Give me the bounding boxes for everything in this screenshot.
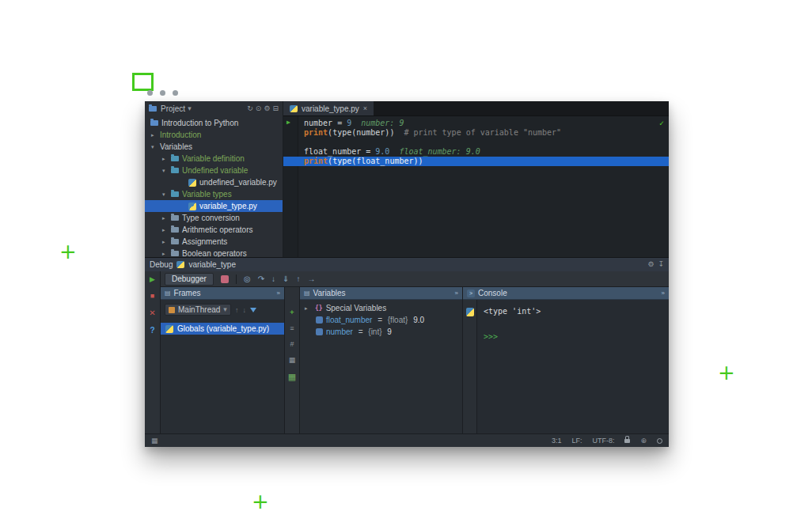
line-ending-indicator[interactable]: LF: — [571, 437, 582, 445]
show-execution-point-icon[interactable]: ◎ — [244, 275, 251, 283]
panel-options-icon[interactable]: » — [455, 290, 458, 297]
stop-button[interactable]: ■ — [150, 292, 154, 300]
next-frame-icon[interactable]: ↓ — [242, 306, 246, 314]
menu-icon[interactable]: ≡ — [290, 325, 294, 332]
expand-arrow-icon[interactable]: ▸ — [305, 305, 312, 312]
caret-position[interactable]: 3:1 — [552, 437, 562, 445]
debug-header: Debug variable_type ⚙ ↧ — [145, 258, 669, 271]
window-control-dot[interactable] — [147, 90, 153, 96]
tree-item-undefined-variable-file[interactable]: undefined_variable.py — [145, 176, 283, 188]
close-session-button[interactable]: ✕ — [149, 308, 155, 317]
special-variables-icon: {} — [315, 305, 323, 312]
globe-icon[interactable]: ⊕ — [640, 437, 647, 445]
gear-icon[interactable]: ⚙ — [647, 261, 654, 268]
folder-icon — [171, 227, 179, 233]
sync-icon[interactable]: ↻ — [247, 105, 253, 112]
console-icon: > — [467, 290, 475, 297]
frames-item-globals[interactable]: Globals (variable_type.py) — [161, 323, 284, 335]
console-header[interactable]: > Console » — [463, 287, 669, 300]
tab-debugger[interactable]: Debugger — [165, 273, 214, 286]
run-to-cursor-icon[interactable]: → — [307, 275, 315, 283]
lock-icon[interactable] — [624, 439, 630, 443]
gear-icon[interactable]: ⚙ — [264, 105, 270, 112]
tree-item-variable-definition[interactable]: ▸ Variable definition — [145, 153, 283, 165]
tree-item-variables[interactable]: ▾ Variables — [145, 141, 283, 153]
collapse-arrow-icon[interactable]: ▾ — [162, 168, 171, 174]
step-over-icon[interactable]: ↷ — [258, 275, 264, 283]
project-title: Project — [161, 104, 185, 113]
tree-item-root[interactable]: Introduction to Python — [145, 117, 283, 129]
tree-item-type-conversion[interactable]: ▸ Type conversion — [145, 212, 283, 224]
tree-item-arithmetic-operators[interactable]: ▸ Arithmetic operators — [145, 224, 283, 236]
window-controls — [147, 90, 178, 96]
tree-item-assignments[interactable]: ▸ Assignments — [145, 236, 283, 248]
tab-variable-type[interactable]: variable_type.py × — [283, 101, 374, 115]
tree-item-variable-types[interactable]: ▾ Variable types — [145, 188, 283, 200]
panel-options-icon[interactable]: » — [277, 290, 280, 297]
tree-item-introduction[interactable]: ▸ Introduction — [145, 129, 283, 141]
thread-icon — [169, 307, 175, 313]
thread-dropdown[interactable]: MainThread ▾ — [165, 304, 231, 316]
notifications-icon[interactable] — [657, 438, 662, 444]
filter-icon[interactable] — [250, 308, 256, 312]
tree-item-undefined-variable[interactable]: ▾ Undefined variable — [145, 165, 283, 176]
expand-arrow-icon[interactable]: ▸ — [162, 215, 171, 221]
step-into-icon[interactable]: ↓ — [271, 275, 275, 283]
console-panel: > Console » <type 'int'> >>> — [463, 287, 669, 433]
python-file-icon — [290, 105, 298, 112]
code-comment: # print type of variable "number" — [404, 128, 561, 137]
help-button[interactable]: ? — [150, 326, 154, 335]
step-out-icon[interactable]: ↑ — [296, 275, 300, 283]
panel-options-icon[interactable]: » — [662, 290, 665, 297]
python-file-icon — [176, 261, 184, 268]
python-console-icon[interactable] — [466, 308, 474, 316]
restore-layout-icon[interactable]: ▦ — [288, 373, 296, 381]
force-step-into-icon[interactable]: ⇓ — [283, 275, 289, 283]
toolwindow-switcher-icon[interactable]: ▦ — [151, 437, 158, 445]
expand-arrow-icon[interactable]: ▸ — [162, 227, 171, 233]
inspection-check-icon[interactable]: ✓ — [659, 119, 664, 128]
project-icon — [149, 106, 157, 112]
project-caret-icon[interactable]: ▾ — [188, 105, 192, 112]
debug-tool-window: Debug variable_type ⚙ ↧ ▶ ■ ✕ ? Debugger… — [145, 257, 669, 433]
evaluate-icon[interactable]: # — [290, 341, 294, 348]
expand-arrow-icon[interactable]: ▸ — [162, 239, 171, 245]
expand-arrow-icon[interactable]: ▸ — [151, 132, 160, 138]
thread-row: MainThread ▾ ↑ ↓ — [161, 300, 284, 316]
collapse-arrow-icon[interactable]: ▾ — [151, 144, 160, 150]
collapse-arrow-icon[interactable]: ▾ — [162, 191, 171, 198]
code-line — [283, 138, 669, 147]
resume-button[interactable]: ▶ — [150, 275, 155, 283]
special-variables-row[interactable]: ▸ {} Special Variables — [300, 302, 462, 314]
console-output[interactable]: <type 'int'> >>> — [477, 300, 547, 433]
debug-toolbar: Debugger ◎ ↷ ↓ ⇓ ↑ → — [161, 271, 669, 287]
code-editor[interactable]: ▶ number = 9number: 9 print(type(number)… — [283, 116, 669, 257]
tree-item-boolean-operators[interactable]: ▸ Boolean operators — [145, 248, 283, 257]
python-file-icon — [165, 325, 173, 333]
encoding-indicator[interactable]: UTF-8: — [592, 437, 614, 445]
hide-panel-icon[interactable]: ↧ — [658, 261, 664, 268]
tree-item-variable-type-file[interactable]: variable_type.py — [145, 200, 283, 212]
locate-icon[interactable]: ⊙ — [256, 105, 262, 112]
folder-icon — [171, 239, 179, 244]
console-tab-icon[interactable] — [221, 275, 229, 283]
collapse-all-icon[interactable]: ⊟ — [272, 105, 279, 112]
previous-frame-icon[interactable]: ↑ — [235, 306, 239, 314]
expand-arrow-icon[interactable]: ▸ — [162, 156, 171, 162]
code-line-current: print(type(float_number)) — [283, 157, 669, 166]
frames-header[interactable]: ▤ Frames » — [161, 287, 284, 300]
debug-title: Debug — [150, 260, 173, 269]
pin-icon[interactable]: ▦ — [289, 357, 296, 364]
window-control-dot[interactable] — [160, 90, 165, 96]
tab-close-icon[interactable]: × — [363, 104, 367, 112]
console-prompt[interactable]: >>> — [484, 331, 541, 343]
code-line: float_number = 9.0float_number: 9.0 — [283, 147, 669, 157]
plus-decoration: + — [252, 491, 269, 511]
window-control-dot[interactable] — [173, 90, 178, 96]
variable-row-float-number[interactable]: float_number = {float} 9.0 — [300, 314, 462, 326]
folder-icon — [171, 215, 179, 221]
variables-header[interactable]: ▤ Variables » — [300, 287, 462, 300]
add-watch-icon[interactable]: + — [290, 309, 294, 316]
variable-row-number[interactable]: number = {int} 9 — [300, 326, 462, 338]
expand-arrow-icon[interactable]: ▸ — [162, 251, 171, 257]
